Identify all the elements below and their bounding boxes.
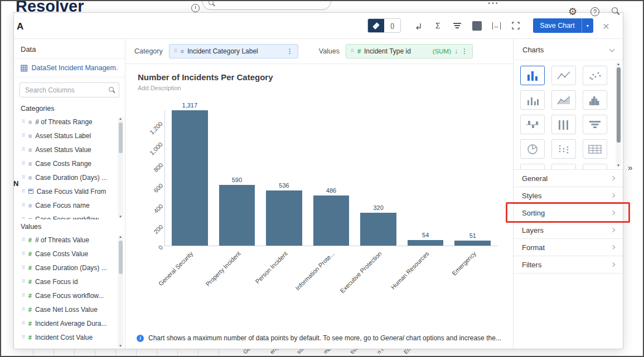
scrollbar-thumb[interactable] [119, 123, 123, 153]
chart-type-column-chart[interactable] [520, 90, 545, 110]
drag-handle-icon[interactable]: ⠿ [22, 203, 25, 208]
chart-type-dot-plot[interactable] [551, 139, 576, 159]
category-pill[interactable]: ⠿ ≡ Incident Category Label ⋮ [169, 44, 298, 58]
category-item[interactable]: ⠿≡# of Threats Range [18, 116, 116, 128]
scrollbar-thumb[interactable] [119, 241, 123, 274]
value-item[interactable]: ⠿#Case Focus id [18, 276, 116, 287]
drag-handle-icon[interactable]: ⠿ [22, 134, 25, 138]
drag-handle-icon[interactable]: ⠿ [22, 238, 25, 242]
scrollbar-thumb[interactable] [617, 67, 621, 143]
value-item[interactable]: ⠿#Case Focus workflow... [18, 290, 116, 301]
bar[interactable] [408, 240, 444, 246]
drag-handle-icon[interactable]: ⠿ [22, 321, 25, 326]
category-item[interactable]: ⠿≡Asset Status Value [18, 144, 116, 155]
value-item[interactable]: ⠿#Case Costs Value [18, 248, 116, 260]
drag-handle-icon[interactable]: ⠿ [22, 294, 25, 298]
drag-handle-icon[interactable]: ⠿ [22, 280, 25, 284]
bar[interactable] [219, 185, 255, 246]
section-sorting[interactable]: Sorting [514, 204, 623, 222]
values-pill[interactable]: ⠿ # Incident Type id (SUM) ↓ ⋮ [346, 44, 473, 58]
section-layers[interactable]: Layers [514, 222, 623, 239]
search-columns-input[interactable] [20, 82, 119, 97]
move-into-button[interactable] [413, 19, 424, 32]
drag-handle-icon[interactable]: ⠿ [22, 148, 25, 152]
category-item[interactable]: ⠿≡Case Focus workflow [18, 213, 116, 219]
fit-width-button[interactable]: ↔ [491, 19, 502, 32]
category-item[interactable]: ⠿Case Focus Valid From [18, 185, 116, 197]
sort-desc-icon[interactable]: ↓ [454, 47, 458, 55]
global-search-bar[interactable] [202, 0, 331, 10]
section-format[interactable]: Format [514, 239, 623, 256]
value-item[interactable]: ⠿#Case Net Loss Value [18, 304, 116, 315]
help-icon[interactable]: ? [590, 7, 599, 16]
color-swatch-button[interactable] [471, 19, 482, 32]
filter-lines-button[interactable] [452, 19, 463, 32]
chart-type-bar-chart[interactable] [520, 66, 545, 85]
eraser-button[interactable] [368, 19, 384, 32]
category-item[interactable]: ⠿≡Case Focus name [18, 199, 116, 211]
search-icon[interactable] [612, 7, 618, 13]
drag-handle-icon[interactable]: ⠿ [22, 335, 25, 340]
drag-handle-icon[interactable]: ⠿ [22, 266, 25, 270]
drag-handle-icon[interactable]: ⠿ [22, 217, 25, 220]
value-item-label: Case Duration (Days) ... [35, 264, 107, 272]
chart-type-funnel[interactable] [583, 115, 607, 134]
chart-type-tile-partial[interactable] [551, 164, 576, 170]
chart-type-histogram[interactable] [583, 90, 607, 110]
category-item[interactable]: ⠿≡Asset Status Label [18, 130, 116, 141]
add-description[interactable]: Add Description [138, 85, 501, 91]
section-filters[interactable]: Filters [514, 256, 623, 273]
bar[interactable] [266, 190, 302, 246]
chart-type-scatter-plot[interactable] [583, 66, 607, 85]
bar[interactable] [360, 213, 396, 246]
drag-handle-icon[interactable]: ⠿ [22, 175, 25, 180]
section-general[interactable]: General [514, 170, 623, 187]
collapse-panel-icon[interactable]: » [628, 163, 632, 172]
value-item-label: Incident Cost Value [35, 334, 93, 341]
chart-type-grouped-bar[interactable] [551, 115, 576, 134]
value-item[interactable]: ⠿#Case Duration (Days) ... [18, 262, 116, 273]
chart-type-pie-chart[interactable] [520, 139, 545, 159]
bar[interactable] [454, 241, 491, 246]
clock-icon[interactable] [191, 4, 200, 12]
value-item[interactable]: ⠿#Incident Cost Value [18, 331, 116, 343]
chart-type-tile-partial[interactable] [583, 164, 607, 170]
kebab-menu-icon[interactable]: ⋮ [461, 47, 468, 55]
gear-icon[interactable]: ⚙ [568, 6, 577, 18]
drag-handle-icon[interactable]: ⠿ [174, 49, 177, 53]
save-chart-dropdown[interactable]: ▾ [582, 18, 593, 33]
overflow-menu-icon[interactable]: ⋯ [487, 0, 500, 9]
scrollbar[interactable] [616, 62, 621, 167]
drag-handle-icon[interactable]: ⠿ [22, 120, 25, 124]
charts-section-header[interactable]: Charts [514, 39, 623, 60]
chart-type-line-chart[interactable] [551, 66, 576, 85]
dataset-item[interactable]: DataSet Incident Managem... [14, 59, 125, 77]
drag-handle-icon[interactable]: ⠿ [22, 307, 25, 312]
chart-type-candlestick[interactable] [520, 115, 545, 134]
chart-type-tile-partial[interactable] [520, 164, 545, 170]
sigma-button[interactable]: Σ [432, 19, 443, 32]
chart-title[interactable]: Number of Incidents Per Category [138, 72, 501, 82]
section-styles[interactable]: Styles [514, 187, 623, 204]
bar[interactable] [172, 110, 208, 246]
chart-type-table[interactable] [583, 139, 607, 159]
bar[interactable] [313, 195, 350, 246]
scrollbar[interactable] [118, 117, 123, 218]
chart-type-area-chart[interactable] [551, 90, 576, 110]
kebab-menu-icon[interactable]: ⋮ [287, 47, 293, 55]
fullscreen-button[interactable] [510, 19, 521, 32]
value-item[interactable]: ⠿#Incident Average Dura... [18, 317, 116, 329]
list-icon: ≡ [181, 48, 184, 55]
drag-handle-icon[interactable]: ⠿ [22, 162, 25, 166]
hash-icon: # [28, 292, 32, 299]
braces-button[interactable]: {} [384, 19, 400, 32]
category-item[interactable]: ⠿≡Case Duration (Days) ... [18, 172, 116, 183]
drag-handle-icon[interactable]: ⠿ [22, 252, 25, 256]
drag-handle-icon[interactable]: ⠿ [22, 189, 25, 194]
drag-handle-icon[interactable]: ⠿ [351, 49, 354, 53]
scrollbar[interactable] [118, 235, 123, 348]
category-item[interactable]: ⠿≡Case Costs Range [18, 158, 116, 169]
value-item[interactable]: ⠿## of Threats Value [18, 234, 116, 246]
close-icon[interactable]: × [603, 20, 609, 32]
save-chart-button[interactable]: Save Chart [533, 18, 582, 33]
